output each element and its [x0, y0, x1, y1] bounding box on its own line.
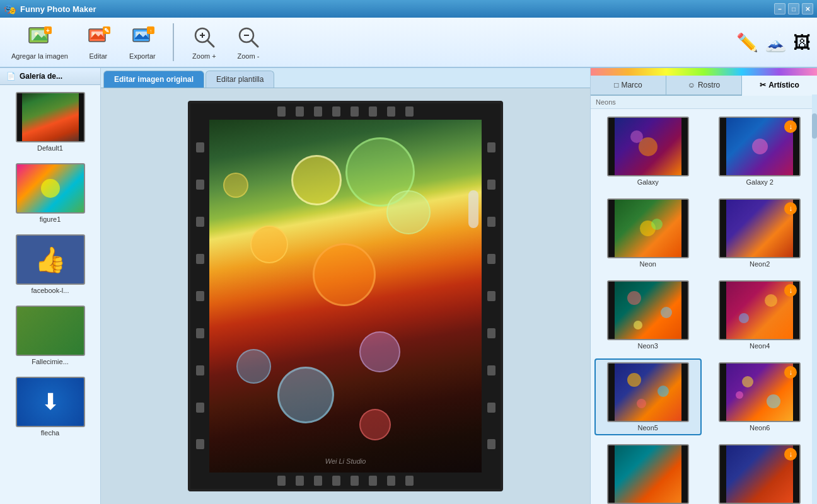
- mountain-icon[interactable]: 🗻: [765, 32, 787, 53]
- effect-label-neon3: Neon3: [638, 342, 658, 350]
- effect-item-neon5[interactable]: Neon5: [594, 358, 702, 435]
- minimize-button[interactable]: –: [774, 3, 785, 14]
- perf-hole: [351, 476, 359, 486]
- sidebar-thumb-facebook: 👍: [16, 234, 85, 285]
- pencil-icon[interactable]: ✏️: [736, 32, 758, 53]
- tab-rostro[interactable]: ☺ Rostro: [666, 76, 742, 94]
- perf-hole: [314, 476, 322, 486]
- effect-thumb-neon6: ↓: [719, 362, 801, 422]
- film-left-border: [190, 120, 209, 472]
- effect-item-neon8[interactable]: ↓ Neon8: [707, 440, 814, 504]
- film-image-area: Wei Li Studio: [190, 120, 501, 472]
- sidebar-page-icon: 📄: [6, 72, 16, 81]
- right-panel: □ Marco ☺ Rostro ✂ Artístico Neons: [590, 68, 817, 504]
- effect-item-neon2[interactable]: ↓ Neon2: [707, 195, 814, 272]
- edit-label: Editar: [90, 52, 108, 60]
- edit-button[interactable]: ✎ Editar: [79, 22, 117, 62]
- sidebar-label-fallecimiento: Fallecimie...: [32, 358, 69, 365]
- effect-label-neon: Neon: [640, 260, 656, 268]
- app-title: Funny Photo Maker: [20, 4, 96, 14]
- effect-thumb-neon3: [607, 280, 689, 340]
- effect-thumb-neon2: ↓: [719, 198, 801, 258]
- tab-edit-original[interactable]: Editar imagen original: [103, 71, 204, 88]
- perf-hole: [277, 476, 286, 486]
- svg-text:↑: ↑: [149, 28, 152, 34]
- effect-thumb-galaxy2: ↓: [719, 117, 801, 176]
- scrollbar-thumb[interactable]: [812, 113, 817, 139]
- artistico-label: Artístico: [768, 81, 799, 89]
- sidebar-header[interactable]: 📄 Galería de...: [0, 68, 100, 85]
- sidebar-items: Default1 figure1 👍 facebook-l...: [0, 85, 100, 504]
- add-image-button[interactable]: + Agregar la imagen: [6, 22, 73, 62]
- svg-text:✎: ✎: [104, 27, 109, 34]
- perf-hole: [296, 106, 304, 117]
- sidebar-item-facebook[interactable]: 👍 facebook-l...: [4, 231, 96, 297]
- window-controls[interactable]: – □ ✕: [774, 3, 813, 14]
- effect-label-galaxy: Galaxy: [637, 178, 659, 186]
- film-perforations-top: [190, 103, 501, 120]
- tab-artistico[interactable]: ✂ Artístico: [742, 76, 817, 96]
- marco-label: Marco: [621, 81, 642, 89]
- effect-label-galaxy2: Galaxy 2: [746, 178, 774, 186]
- zoom-in-icon: [192, 25, 217, 50]
- edit-area: Editar imagen original Editar plantilla: [101, 68, 590, 504]
- perf-hole: [296, 476, 304, 486]
- export-label: Exportar: [129, 52, 156, 60]
- add-image-icon: +: [27, 25, 52, 50]
- sidebar-item-default1[interactable]: Default1: [4, 89, 96, 155]
- effect-item-neon4[interactable]: ↓ Neon4: [707, 277, 814, 353]
- title-bar: 🎭 Funny Photo Maker – □ ✕: [0, 0, 817, 18]
- effect-item-galaxy[interactable]: Galaxy: [594, 113, 702, 190]
- effect-thumb-galaxy: [607, 117, 689, 176]
- effect-item-neon7[interactable]: Neon7: [594, 440, 702, 504]
- sidebar-thumb-default1: [16, 92, 85, 142]
- effect-thumb-neon8: ↓: [719, 444, 801, 504]
- sidebar-thumb-fallecimiento: [16, 306, 85, 356]
- sidebar-thumb-flecha: ⬇: [16, 377, 85, 427]
- effect-item-neon3[interactable]: Neon3: [594, 277, 702, 353]
- svg-line-26: [252, 40, 258, 47]
- effect-item-neon[interactable]: Neon: [594, 195, 702, 272]
- perf-hole: [387, 476, 395, 486]
- effect-label-neon2: Neon2: [750, 260, 770, 268]
- effect-scroll-area[interactable]: Galaxy ↓: [591, 109, 817, 504]
- app-icon: 🎭: [4, 3, 16, 15]
- sidebar-item-flecha[interactable]: ⬇ flecha: [4, 374, 96, 440]
- perf-hole: [314, 106, 322, 117]
- tab-bar: Editar imagen original Editar plantilla: [101, 68, 590, 88]
- marco-icon: □: [614, 81, 618, 89]
- effect-label-neon6: Neon6: [750, 424, 770, 432]
- perf-hole: [277, 106, 286, 117]
- zoom-out-label: Zoom -: [237, 52, 259, 60]
- tab-marco[interactable]: □ Marco: [591, 76, 666, 94]
- rostro-icon: ☺: [688, 81, 695, 89]
- sidebar-label-figure1: figure1: [40, 215, 61, 223]
- effect-label-neon4: Neon4: [750, 342, 770, 350]
- main-content: 📄 Galería de... Default1: [0, 68, 817, 504]
- scrollbar-track[interactable]: [812, 94, 817, 504]
- add-image-label: Agregar la imagen: [11, 52, 68, 60]
- zoom-in-label: Zoom +: [192, 52, 216, 60]
- svg-line-22: [207, 40, 214, 47]
- close-button[interactable]: ✕: [802, 3, 813, 14]
- sidebar-item-figure1[interactable]: figure1: [4, 160, 96, 226]
- zoom-in-button[interactable]: Zoom +: [185, 22, 223, 62]
- sidebar-item-fallecimiento[interactable]: Fallecimie...: [4, 302, 96, 369]
- zoom-out-icon: [236, 25, 261, 50]
- perf-hole: [332, 106, 340, 117]
- zoom-out-button[interactable]: Zoom -: [229, 22, 267, 62]
- film-perforations-bottom: [190, 472, 501, 489]
- film-right-border: [482, 120, 501, 472]
- export-button[interactable]: ↑ Exportar: [124, 22, 161, 62]
- effect-item-galaxy2[interactable]: ↓ Galaxy 2: [707, 113, 814, 190]
- sidebar-header-label: Galería de...: [20, 72, 62, 81]
- artistico-icon: ✂: [760, 81, 766, 89]
- effect-item-neon6[interactable]: ↓ Neon6: [707, 358, 814, 435]
- frame-icon[interactable]: 🖼: [793, 32, 811, 53]
- toolbar: + Agregar la imagen ✎ Editar: [0, 18, 817, 68]
- left-sidebar: 📄 Galería de... Default1: [0, 68, 101, 504]
- maximize-button[interactable]: □: [788, 3, 799, 14]
- film-strip: Wei Li Studio: [188, 101, 503, 491]
- tab-edit-template[interactable]: Editar plantilla: [206, 71, 274, 88]
- sidebar-thumb-figure1: [16, 163, 85, 214]
